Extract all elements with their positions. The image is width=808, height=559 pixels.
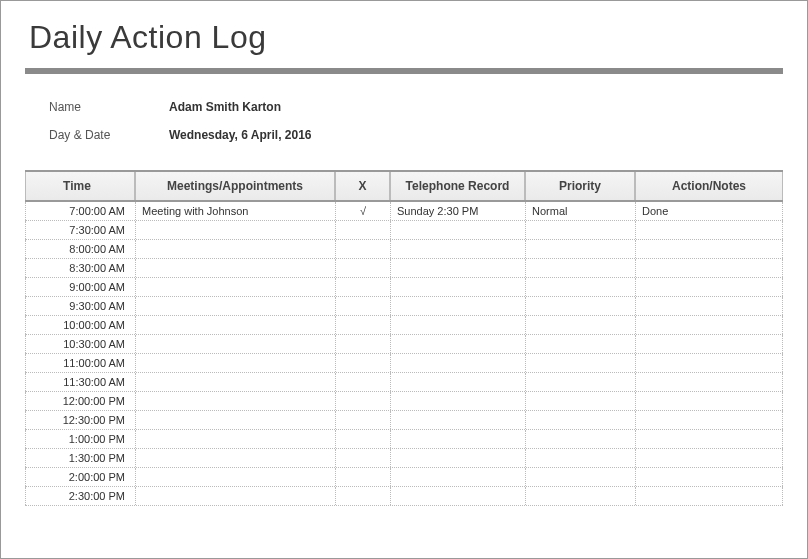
cell-time: 7:30:00 AM	[25, 221, 135, 239]
cell-priority	[525, 411, 635, 429]
cell-meetings	[135, 354, 335, 372]
meta-name-value: Adam Smith Karton	[169, 100, 281, 114]
cell-time: 9:00:00 AM	[25, 278, 135, 296]
cell-x	[335, 221, 390, 239]
table-row: 8:30:00 AM	[25, 259, 783, 278]
cell-telephone	[390, 297, 525, 315]
cell-x	[335, 411, 390, 429]
cell-time: 8:30:00 AM	[25, 259, 135, 277]
cell-action	[635, 316, 783, 334]
cell-telephone	[390, 392, 525, 410]
cell-time: 8:00:00 AM	[25, 240, 135, 258]
cell-meetings	[135, 392, 335, 410]
cell-meetings	[135, 411, 335, 429]
cell-time: 7:00:00 AM	[25, 202, 135, 220]
meta-date-value: Wednesday, 6 April, 2016	[169, 128, 312, 142]
cell-x	[335, 449, 390, 467]
cell-time: 2:30:00 PM	[25, 487, 135, 505]
cell-meetings	[135, 297, 335, 315]
cell-telephone	[390, 316, 525, 334]
table-row: 12:30:00 PM	[25, 411, 783, 430]
cell-x	[335, 278, 390, 296]
meta-name-label: Name	[49, 100, 169, 114]
cell-priority	[525, 449, 635, 467]
meta-row-name: Name Adam Smith Karton	[49, 100, 807, 114]
cell-priority	[525, 221, 635, 239]
cell-meetings	[135, 278, 335, 296]
cell-priority	[525, 297, 635, 315]
table-row: 7:00:00 AMMeeting with Johnson√Sunday 2:…	[25, 202, 783, 221]
cell-action	[635, 449, 783, 467]
cell-meetings	[135, 373, 335, 391]
table-row: 8:00:00 AM	[25, 240, 783, 259]
cell-x: √	[335, 202, 390, 220]
cell-meetings	[135, 259, 335, 277]
cell-priority	[525, 354, 635, 372]
cell-meetings	[135, 487, 335, 505]
cell-action	[635, 411, 783, 429]
table-row: 10:00:00 AM	[25, 316, 783, 335]
cell-action	[635, 335, 783, 353]
cell-x	[335, 392, 390, 410]
table-row: 11:00:00 AM	[25, 354, 783, 373]
cell-telephone	[390, 278, 525, 296]
cell-priority	[525, 468, 635, 486]
cell-telephone	[390, 221, 525, 239]
cell-priority	[525, 373, 635, 391]
cell-meetings: Meeting with Johnson	[135, 202, 335, 220]
document-frame: Daily Action Log Name Adam Smith Karton …	[0, 0, 808, 559]
cell-telephone	[390, 259, 525, 277]
cell-action	[635, 221, 783, 239]
cell-time: 10:30:00 AM	[25, 335, 135, 353]
meta-section: Name Adam Smith Karton Day & Date Wednes…	[1, 74, 807, 170]
cell-priority	[525, 335, 635, 353]
cell-action	[635, 240, 783, 258]
cell-x	[335, 354, 390, 372]
cell-time: 11:30:00 AM	[25, 373, 135, 391]
cell-priority	[525, 240, 635, 258]
meta-date-label: Day & Date	[49, 128, 169, 142]
table-row: 11:30:00 AM	[25, 373, 783, 392]
cell-time: 1:30:00 PM	[25, 449, 135, 467]
cell-meetings	[135, 240, 335, 258]
table-row: 7:30:00 AM	[25, 221, 783, 240]
cell-time: 2:00:00 PM	[25, 468, 135, 486]
meta-row-date: Day & Date Wednesday, 6 April, 2016	[49, 128, 807, 142]
cell-telephone	[390, 468, 525, 486]
title-block: Daily Action Log	[1, 1, 807, 62]
cell-telephone	[390, 354, 525, 372]
cell-priority	[525, 278, 635, 296]
table-row: 9:30:00 AM	[25, 297, 783, 316]
cell-action: Done	[635, 202, 783, 220]
cell-x	[335, 335, 390, 353]
grid-body: 7:00:00 AMMeeting with Johnson√Sunday 2:…	[25, 202, 783, 506]
cell-action	[635, 487, 783, 505]
col-header-meetings: Meetings/Appointments	[135, 172, 335, 200]
cell-time: 12:00:00 PM	[25, 392, 135, 410]
cell-meetings	[135, 221, 335, 239]
cell-action	[635, 392, 783, 410]
cell-priority: Normal	[525, 202, 635, 220]
cell-priority	[525, 392, 635, 410]
col-header-priority: Priority	[525, 172, 635, 200]
table-row: 10:30:00 AM	[25, 335, 783, 354]
cell-telephone	[390, 487, 525, 505]
cell-priority	[525, 316, 635, 334]
table-row: 1:00:00 PM	[25, 430, 783, 449]
cell-telephone: Sunday 2:30 PM	[390, 202, 525, 220]
cell-x	[335, 487, 390, 505]
table-row: 2:00:00 PM	[25, 468, 783, 487]
cell-time: 11:00:00 AM	[25, 354, 135, 372]
page-title: Daily Action Log	[29, 19, 779, 56]
cell-telephone	[390, 430, 525, 448]
cell-action	[635, 297, 783, 315]
cell-action	[635, 373, 783, 391]
cell-time: 1:00:00 PM	[25, 430, 135, 448]
table-row: 12:00:00 PM	[25, 392, 783, 411]
col-header-action: Action/Notes	[635, 172, 783, 200]
cell-time: 9:30:00 AM	[25, 297, 135, 315]
cell-x	[335, 468, 390, 486]
col-header-telephone: Telephone Record	[390, 172, 525, 200]
cell-telephone	[390, 411, 525, 429]
cell-x	[335, 316, 390, 334]
